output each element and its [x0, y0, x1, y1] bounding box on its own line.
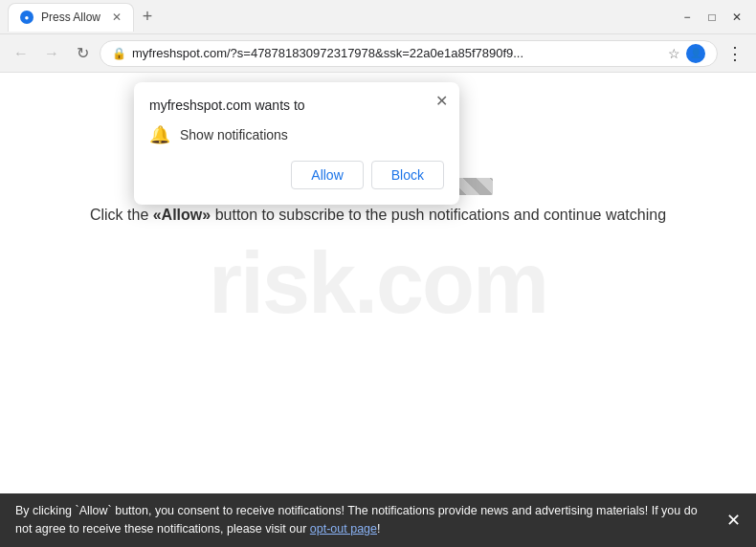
bell-icon: 🔔 [149, 124, 170, 145]
bottom-message-suffix: ! [377, 522, 380, 536]
chrome-menu-button[interactable]: ⋮ [722, 40, 748, 67]
forward-button[interactable]: → [38, 40, 65, 67]
tab-close-button[interactable]: ✕ [112, 11, 122, 24]
allow-button[interactable]: Allow [291, 161, 363, 189]
main-instruction-text: Click the «Allow» button to subscribe to… [0, 207, 756, 224]
bottom-bar-close-button[interactable]: ✕ [726, 510, 741, 531]
reload-button[interactable]: ↻ [69, 40, 96, 67]
popup-close-button[interactable]: ✕ [435, 92, 448, 110]
new-tab-button[interactable]: + [134, 4, 161, 31]
close-window-button[interactable]: ✕ [725, 6, 748, 29]
popup-permission-row: 🔔 Show notifications [149, 124, 444, 145]
tab-title: Press Allow [41, 11, 100, 24]
address-bar: ← → ↻ 🔒 myfreshspot.com/?s=4787818309723… [0, 34, 756, 73]
maximize-button[interactable]: □ [700, 6, 723, 29]
main-text-content: Click the «Allow» button to subscribe to… [90, 207, 666, 223]
bottom-notification-bar: By clicking `Allow` button, you consent … [0, 493, 756, 547]
tab-favicon: ● [20, 11, 33, 24]
popup-button-group: Allow Block [149, 161, 444, 189]
active-tab[interactable]: ● Press Allow ✕ [8, 3, 134, 32]
tab-area: ● Press Allow ✕ + [8, 0, 676, 33]
url-text: myfreshspot.com/?s=478781830972317978&ss… [132, 46, 662, 60]
watermark: risk.com [209, 234, 547, 333]
notification-permission-popup: ✕ myfreshspot.com wants to 🔔 Show notifi… [134, 82, 459, 205]
popup-title: myfreshspot.com wants to [149, 98, 444, 113]
title-bar: ● Press Allow ✕ + − □ ✕ [0, 0, 756, 34]
minimize-button[interactable]: − [676, 6, 699, 29]
popup-permission-label: Show notifications [180, 127, 288, 142]
bottom-bar-text: By clicking `Allow` button, you consent … [15, 502, 715, 538]
opt-out-link[interactable]: opt-out page [310, 522, 377, 536]
profile-button[interactable]: 👤 [686, 44, 705, 63]
lock-icon: 🔒 [112, 47, 126, 60]
back-button[interactable]: ← [8, 40, 34, 67]
url-bar[interactable]: 🔒 myfreshspot.com/?s=478781830972317978&… [100, 40, 718, 67]
block-button[interactable]: Block [371, 161, 444, 189]
page-content: risk.com Click the «Allow» button to sub… [0, 73, 756, 493]
bookmark-star-icon[interactable]: ☆ [668, 46, 680, 61]
window-controls: − □ ✕ [676, 6, 748, 29]
